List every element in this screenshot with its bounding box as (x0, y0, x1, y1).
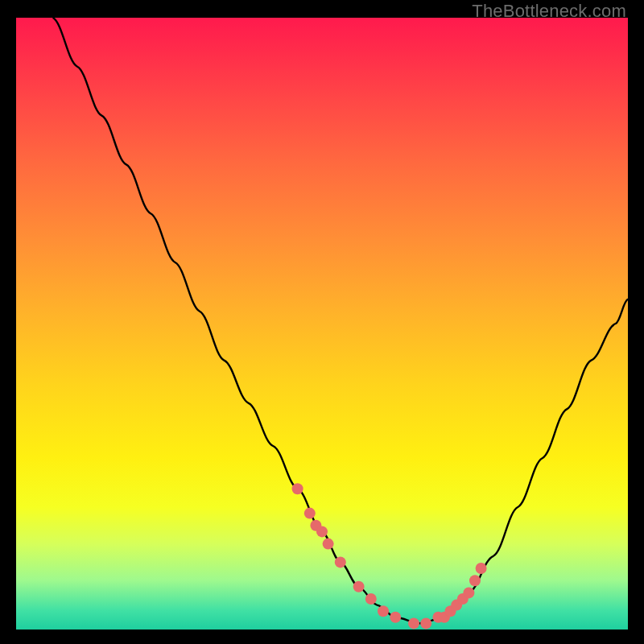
highlight-dot (304, 508, 316, 519)
highlight-dot (408, 617, 419, 629)
curve-layer (16, 18, 628, 630)
highlight-dots (292, 483, 487, 629)
highlight-dot (463, 587, 474, 598)
watermark-label: TheBottleneck.com (472, 1, 626, 22)
highlight-dot (420, 617, 431, 629)
highlight-dot (390, 612, 401, 623)
highlight-dot (378, 605, 389, 617)
highlight-dot (323, 539, 334, 550)
highlight-dot (353, 581, 365, 592)
highlight-dot (292, 483, 303, 494)
highlight-dot (476, 563, 487, 574)
highlight-dot (365, 593, 377, 605)
chart-frame: TheBottleneck.com (0, 0, 644, 644)
highlight-dot (335, 556, 346, 568)
bottleneck-curve (53, 18, 628, 623)
highlight-dot (469, 575, 481, 586)
plot-area (16, 18, 628, 630)
highlight-dot (316, 526, 328, 537)
